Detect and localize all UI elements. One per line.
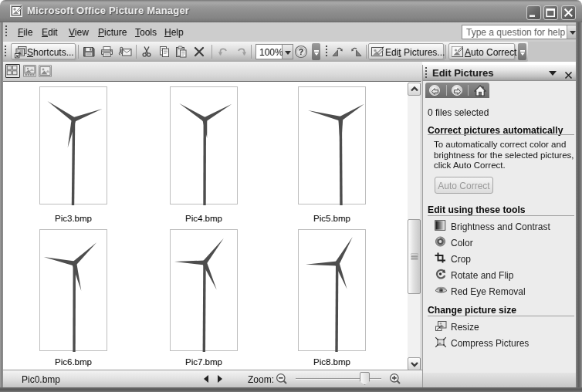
svg-text:?: ? bbox=[299, 47, 303, 56]
